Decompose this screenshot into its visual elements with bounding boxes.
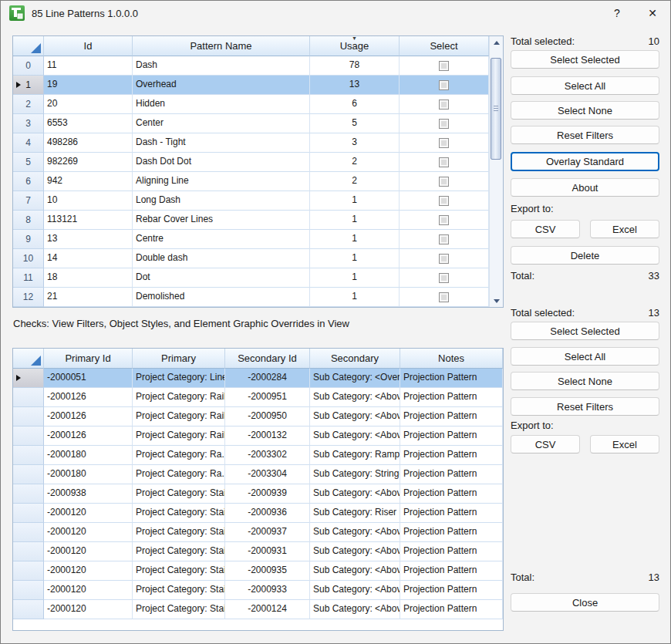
- cell-secondary-id[interactable]: -2000935: [225, 561, 310, 581]
- usage-row[interactable]: -2000120Project Category: Stairs-2000933…: [13, 581, 503, 600]
- select-checkbox[interactable]: [439, 292, 449, 302]
- cell-select[interactable]: [400, 268, 489, 288]
- cell-notes[interactable]: Projection Pattern: [400, 581, 503, 600]
- cell-notes[interactable]: Projection Pattern: [400, 484, 503, 504]
- cell-primary-id[interactable]: -2000120: [44, 523, 133, 542]
- usages-export-csv-button[interactable]: CSV: [511, 435, 580, 453]
- cell-usage[interactable]: 1: [310, 268, 400, 288]
- row-header[interactable]: [13, 542, 44, 561]
- cell-select[interactable]: [400, 95, 489, 114]
- cell-primary[interactable]: Project Category: Raili...: [133, 427, 225, 446]
- usage-row[interactable]: -2000120Project Category: Stairs-2000935…: [13, 561, 503, 581]
- cell-primary[interactable]: Project Category: Ra...: [133, 465, 225, 484]
- select-checkbox[interactable]: [439, 234, 449, 244]
- pattern-row[interactable]: 36553Center5: [13, 114, 503, 133]
- cell-id[interactable]: 11: [44, 56, 133, 76]
- cell-select[interactable]: [400, 114, 489, 133]
- cell-primary[interactable]: Project Category: Stai...: [133, 484, 225, 504]
- cell-secondary-id[interactable]: -2003302: [225, 446, 310, 465]
- usage-row[interactable]: -2000120Project Category: Stairs-2000124…: [13, 600, 503, 619]
- cell-id[interactable]: 10: [44, 191, 133, 211]
- pattern-row[interactable]: 011Dash78: [13, 56, 503, 76]
- cell-notes[interactable]: Projection Pattern: [400, 446, 503, 465]
- close-button[interactable]: Close: [511, 593, 659, 612]
- pattern-row[interactable]: 710Long Dash1: [13, 191, 503, 211]
- usage-row[interactable]: -2000120Project Category: Stairs-2000936…: [13, 504, 503, 523]
- row-header[interactable]: [13, 600, 44, 619]
- overlay-standard-button[interactable]: Overlay Standard: [511, 152, 659, 171]
- cell-primary[interactable]: Project Category: Stairs: [133, 561, 225, 581]
- usage-row[interactable]: -2000938Project Category: Stai...-200093…: [13, 484, 503, 504]
- row-header[interactable]: [13, 407, 44, 427]
- pattern-row[interactable]: 1221Demolished1: [13, 288, 503, 307]
- vertical-scrollbar[interactable]: [489, 36, 503, 307]
- cell-select[interactable]: [400, 56, 489, 76]
- pattern-row[interactable]: 913Centre1: [13, 230, 503, 249]
- cell-pattern-name[interactable]: Rebar Cover Lines: [133, 211, 310, 230]
- cell-pattern-name[interactable]: Centre: [133, 230, 310, 249]
- select-all-corner[interactable]: [13, 349, 44, 369]
- cell-secondary-id[interactable]: -2000936: [225, 504, 310, 523]
- select-checkbox[interactable]: [439, 177, 449, 187]
- pattern-row[interactable]: 119Overhead13: [13, 76, 503, 95]
- cell-pattern-name[interactable]: Long Dash: [133, 191, 310, 211]
- patterns-export-excel-button[interactable]: Excel: [590, 220, 659, 238]
- close-window-button[interactable]: ✕: [635, 1, 670, 25]
- about-button[interactable]: About: [511, 178, 659, 197]
- row-header[interactable]: [13, 388, 44, 407]
- row-header[interactable]: [13, 561, 44, 581]
- row-header[interactable]: [13, 446, 44, 465]
- cell-usage[interactable]: 1: [310, 230, 400, 249]
- cell-secondary[interactable]: Sub Category: <Abov...: [310, 484, 400, 504]
- row-header[interactable]: [13, 369, 44, 388]
- cell-primary[interactable]: Project Category: Ra...: [133, 446, 225, 465]
- column-header-select[interactable]: Select: [400, 36, 489, 56]
- cell-primary[interactable]: Project Category: Stairs: [133, 523, 225, 542]
- cell-id[interactable]: 942: [44, 172, 133, 191]
- cell-select[interactable]: [400, 249, 489, 268]
- select-checkbox[interactable]: [439, 254, 449, 264]
- row-header[interactable]: 0: [13, 56, 44, 76]
- cell-usage[interactable]: 1: [310, 211, 400, 230]
- cell-notes[interactable]: Projection Pattern: [400, 388, 503, 407]
- cell-notes[interactable]: Projection Pattern: [400, 523, 503, 542]
- cell-secondary-id[interactable]: -2000284: [225, 369, 310, 388]
- usages-select-selected-button[interactable]: Select Selected: [511, 322, 659, 340]
- select-all-corner[interactable]: [13, 36, 44, 56]
- row-header[interactable]: 5: [13, 153, 44, 172]
- row-header[interactable]: [13, 465, 44, 484]
- cell-notes[interactable]: Projection Pattern: [400, 504, 503, 523]
- cell-id[interactable]: 6553: [44, 114, 133, 133]
- cell-pattern-name[interactable]: Dash Dot Dot: [133, 153, 310, 172]
- cell-pattern-name[interactable]: Center: [133, 114, 310, 133]
- select-checkbox[interactable]: [439, 138, 449, 148]
- cell-id[interactable]: 21: [44, 288, 133, 307]
- column-header-id[interactable]: Id: [44, 36, 133, 56]
- cell-id[interactable]: 20: [44, 95, 133, 114]
- cell-primary-id[interactable]: -2000126: [44, 427, 133, 446]
- row-header[interactable]: 6: [13, 172, 44, 191]
- usage-row[interactable]: -2000126Project Category: Raili...-20009…: [13, 407, 503, 427]
- cell-usage[interactable]: 5: [310, 114, 400, 133]
- cell-select[interactable]: [400, 172, 489, 191]
- cell-secondary-id[interactable]: -2000132: [225, 427, 310, 446]
- cell-secondary[interactable]: Sub Category: <Abov...: [310, 600, 400, 619]
- row-header[interactable]: 8: [13, 211, 44, 230]
- select-checkbox[interactable]: [439, 273, 449, 283]
- scroll-up-button[interactable]: [490, 36, 504, 49]
- cell-usage[interactable]: 2: [310, 172, 400, 191]
- cell-pattern-name[interactable]: Dash - Tight: [133, 133, 310, 153]
- cell-notes[interactable]: Projection Pattern: [400, 427, 503, 446]
- cell-id[interactable]: 13: [44, 230, 133, 249]
- cell-pattern-name[interactable]: Dot: [133, 268, 310, 288]
- cell-primary-id[interactable]: -2000120: [44, 600, 133, 619]
- row-header[interactable]: [13, 427, 44, 446]
- cell-notes[interactable]: Projection Pattern: [400, 369, 503, 388]
- row-header[interactable]: 3: [13, 114, 44, 133]
- usage-row[interactable]: -2000120Project Category: Stairs-2000931…: [13, 542, 503, 561]
- usage-row[interactable]: -2000180Project Category: Ra...-2003302S…: [13, 446, 503, 465]
- cell-notes[interactable]: Projection Pattern: [400, 465, 503, 484]
- cell-primary[interactable]: Project Category: Stairs: [133, 581, 225, 600]
- cell-secondary-id[interactable]: -2000124: [225, 600, 310, 619]
- cell-id[interactable]: 498286: [44, 133, 133, 153]
